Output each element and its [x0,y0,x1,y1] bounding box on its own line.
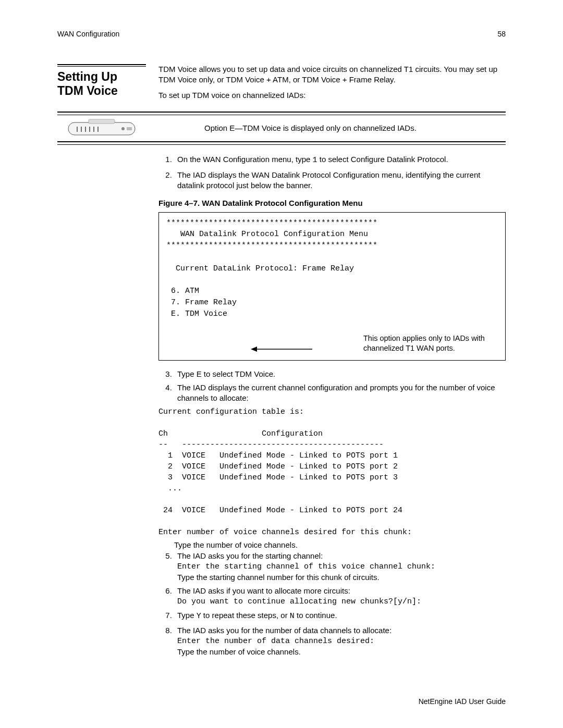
step-8-cmd: Enter the number of data channels desire… [177,636,506,647]
step-5: The IAD asks you for the starting channe… [174,551,506,583]
figure-caption: Figure 4–7. WAN Datalink Protocol Config… [158,198,506,208]
menu-annotation: This option applies only to IADs with ch… [363,334,499,354]
steps-list-1: On the WAN Configuration menu, type 1 to… [162,154,506,191]
intro-paragraph-2: To set up TDM voice on channelized IADs: [158,90,506,101]
svg-rect-9 [127,127,132,130]
step-6: The IAD asks if you want to allocate mor… [174,586,506,607]
steps-list-2: Type E to select TDM Voice. The IAD disp… [162,369,506,404]
step-2: The IAD displays the WAN Datalink Protoc… [174,170,506,191]
step-4b: Type the number of voice channels. [158,540,506,550]
svg-marker-11 [251,347,257,352]
divider-bottom-top [57,141,506,142]
step-8: The IAD asks you for the number of data … [174,625,506,658]
keypress-1: 1 [313,156,317,165]
keypress-y: Y [197,612,201,621]
header-left: WAN Configuration [57,29,119,39]
step-5-cmd: Enter the starting channel of this voice… [177,561,506,572]
intro-paragraph-1: TDM Voice allows you to set up data and … [158,64,506,85]
config-table: Current configuration table is: Ch Confi… [158,406,506,538]
step-7: Type Y to repeat these steps, or N to co… [174,610,506,622]
svg-rect-1 [89,119,115,124]
footer: NetEngine IAD User Guide [57,697,506,707]
keypress-n: N [290,612,295,621]
menu-box: ****************************************… [158,212,506,361]
divider-bottom-thin [57,144,506,145]
svg-rect-0 [68,122,135,135]
arrow-icon [251,346,312,353]
step-6-cmd: Do you want to continue allocating new c… [177,596,506,607]
steps-list-3: The IAD asks you for the starting channe… [162,551,506,658]
title-rule-top [57,64,146,65]
device-icon [57,118,146,138]
title-rule-thin [57,66,146,67]
step-4: The IAD displays the current channel con… [174,382,506,404]
page-number: 58 [497,29,506,39]
step-3: Type E to select TDM Voice. [174,369,506,379]
divider-top [57,112,506,113]
svg-point-8 [121,127,125,130]
section-title: Setting Up TDM Voice [57,70,146,98]
page-header: WAN Configuration 58 [57,29,506,39]
note-text: Option E—TDM Voice is displayed only on … [158,123,506,133]
step-1: On the WAN Configuration menu, type 1 to… [174,154,506,166]
